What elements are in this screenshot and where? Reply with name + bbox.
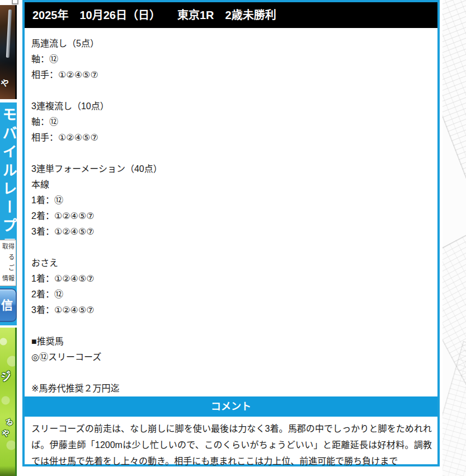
bet-line: 相手：①②④⑤⑦: [25, 67, 437, 83]
budget-note: ※馬券代推奨２万円迄: [25, 381, 437, 396]
budget-note-section: ※馬券代推奨２万円迄: [25, 381, 437, 396]
info-line: 情報: [0, 273, 15, 284]
page: や モバイルレープロ 取得 る ご 情報 信 ジ る や 2025年 10月26…: [0, 0, 466, 476]
bet-line: 3連単フォーメーション（40点）: [25, 161, 437, 177]
bet-list: 馬連流し（5点） 軸：⑫ 相手：①②④⑤⑦ 3連複流し（10点） 軸：⑫ 相手：…: [25, 28, 437, 396]
bet-line: 3連複流し（10点）: [25, 99, 437, 114]
bet-line: 馬連流し（5点）: [25, 36, 437, 52]
prediction-panel: 2025年 10月26日（日） 東京1R 2歳未勝利 馬連流し（5点） 軸：⑫ …: [22, 0, 440, 466]
comment-header-button[interactable]: コメント: [25, 396, 437, 417]
recommended-horse: ◎⑫スリーコーズ: [25, 349, 437, 365]
green-banner-char: ジ: [0, 367, 13, 384]
sidebar-top-stub: [12, 0, 18, 4]
send-button[interactable]: 信: [0, 288, 17, 322]
bet-section-osae: おさえ 1着：①②④⑤⑦ 2着：⑫ 3着：①②④⑤⑦: [25, 255, 437, 318]
bet-line: 2着：①②④⑤⑦: [25, 208, 437, 224]
left-sidebar: や モバイルレープロ 取得 る ご 情報 信 ジ る や: [0, 0, 17, 476]
banner-info-box: 取得 る ご 情報: [0, 240, 16, 286]
bet-section-umaren: 馬連流し（5点） 軸：⑫ 相手：①②④⑤⑦: [25, 36, 437, 83]
bet-section-sanrenpuku: 3連複流し（10点） 軸：⑫ 相手：①②④⑤⑦: [25, 99, 437, 146]
comment-text: スリーコーズの前走は、なし崩しに脚を使い最後は力なく3着。馬郡の中でしっかりと脚…: [25, 421, 437, 469]
mobile-banner-label: モバイルレープロ: [0, 107, 17, 255]
bet-line: 軸：⑫: [25, 52, 437, 67]
newspaper-sheet: [443, 0, 466, 231]
phone-image: [6, 10, 12, 58]
bet-section-sanrentan: 3連単フォーメーション（40点） 本線 1着：⑫ 2着：①②④⑤⑦ 3着：①②④…: [25, 161, 437, 240]
info-line: ご: [0, 263, 15, 273]
newspaper-background: [443, 0, 466, 476]
info-line: る: [0, 252, 15, 263]
green-banner-char: や: [0, 426, 11, 439]
section-title: ■推奨馬: [25, 334, 437, 349]
green-banner-char: る: [3, 415, 15, 428]
sidebar-mobile-banner[interactable]: モバイルレープロ 取得 る ご 情報 信: [0, 102, 17, 325]
race-header: 2025年 10月26日（日） 東京1R 2歳未勝利: [25, 2, 437, 28]
photo-banner-text: や: [0, 76, 10, 89]
bet-line: 軸：⑫: [25, 114, 437, 130]
bet-line: 相手：①②④⑤⑦: [25, 130, 437, 146]
bet-line: 2着：⑫: [25, 287, 437, 302]
sidebar-green-banner[interactable]: ジ る や: [0, 328, 17, 476]
bet-line: 3着：①②④⑤⑦: [25, 224, 437, 240]
sidebar-photo-banner[interactable]: や: [0, 5, 17, 99]
bet-line: 3着：①②④⑤⑦: [25, 302, 437, 318]
recommended-horse-section: ■推奨馬 ◎⑫スリーコーズ: [25, 334, 437, 365]
bet-line: 本線: [25, 177, 437, 193]
info-line: 取得: [0, 241, 15, 252]
bet-line: 1着：⑫: [25, 193, 437, 208]
bet-line: 1着：①②④⑤⑦: [25, 271, 437, 287]
bet-line: おさえ: [25, 255, 437, 271]
